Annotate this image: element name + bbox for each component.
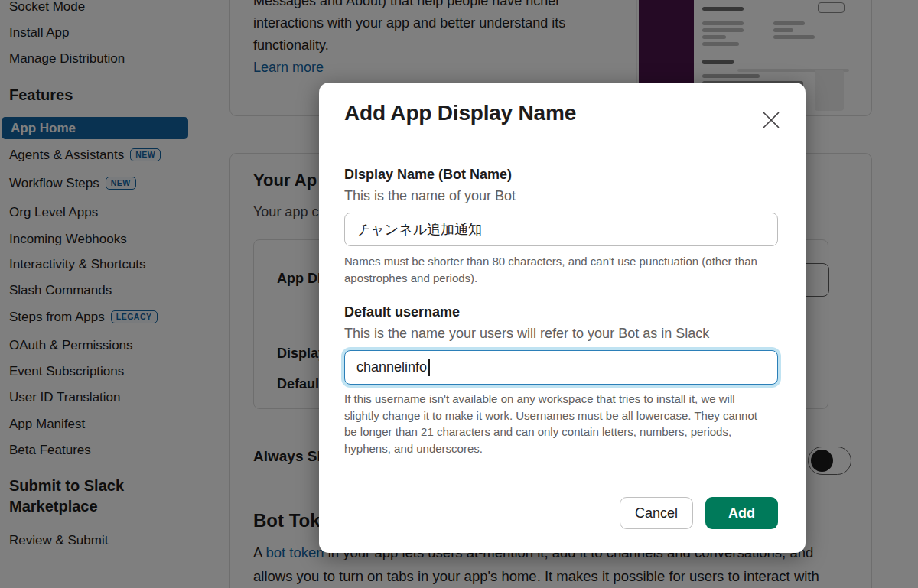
helper-line: Names must be shorter than 80 characters… <box>344 253 757 270</box>
close-icon <box>761 110 781 130</box>
helper-line: slightly change it to make it work. User… <box>344 408 757 424</box>
helper-line: be longer than 21 characters and can onl… <box>344 424 757 440</box>
display-name-sublabel: This is the name of your Bot <box>344 188 516 204</box>
helper-line: hyphens, and underscores. <box>344 440 757 457</box>
add-button[interactable]: Add <box>705 497 778 529</box>
helper-line: If this username isn't available on any … <box>344 391 757 408</box>
default-username-label: Default username <box>344 304 460 320</box>
helper-line: apostrophes and periods). <box>344 270 757 287</box>
modal-title: Add App Display Name <box>344 101 576 125</box>
display-name-input[interactable] <box>344 213 778 246</box>
add-app-display-name-modal: Add App Display Name Display Name (Bot N… <box>319 83 806 553</box>
cancel-button[interactable]: Cancel <box>620 497 693 529</box>
close-button[interactable] <box>761 110 781 130</box>
default-username-input[interactable] <box>344 350 778 385</box>
default-username-sublabel: This is the name your users will refer t… <box>344 326 709 342</box>
text-caret <box>428 359 430 376</box>
default-username-helper: If this username isn't available on any … <box>344 391 757 456</box>
display-name-helper: Names must be shorter than 80 characters… <box>344 253 757 286</box>
display-name-label: Display Name (Bot Name) <box>344 167 512 183</box>
